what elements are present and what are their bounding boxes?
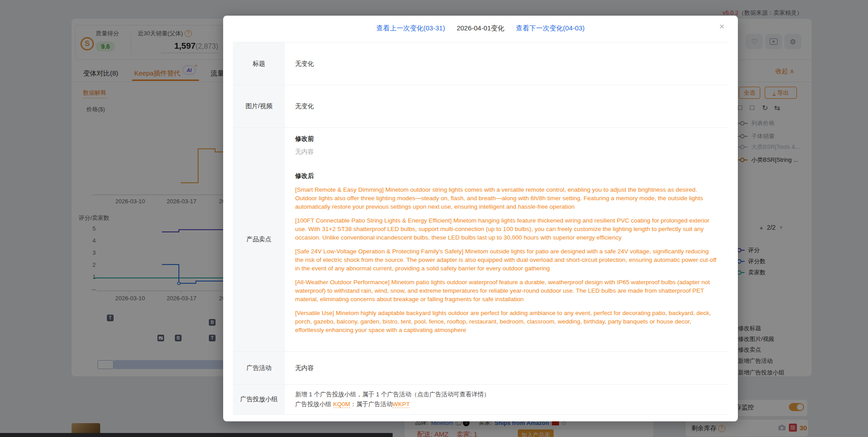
table-row-media: 图片/视频 无变化 [233,85,728,128]
modal-title: 2026-04-01变化 [457,24,504,33]
row-label: 广告活动 [233,352,285,384]
row-value: 无内容 [285,352,728,384]
change-detail-modal: 查看上一次变化(03-31) 2026-04-01变化 查看下一次变化(04-0… [223,16,738,421]
ad-group-content: 新增 1 个广告投放小组，属于 1 个广告活动（点击广告活动可查看详情） 广告投… [285,385,728,414]
table-row-ad-campaign: 广告活动 无内容 [233,352,728,385]
row-label: 图片/视频 [233,85,285,127]
ad-group-code-link[interactable]: KQ0M [333,401,350,408]
bullet-point: [Smart Remote & Easy Dimming] Minetom ou… [295,185,717,211]
ad-campaign-code-link[interactable]: WKPT [393,401,410,408]
row-value: 无变化 [285,85,728,127]
next-change-link[interactable]: 查看下一次变化(04-03) [516,24,584,33]
ad-group-line1: 新增 1 个广告投放小组，属于 1 个广告活动（点击广告活动可查看详情） [295,390,717,399]
row-label: 产品卖点 [233,128,285,351]
table-row-ad-group: 广告投放小组 新增 1 个广告投放小组，属于 1 个广告活动（点击广告活动可查看… [233,385,728,415]
close-icon[interactable]: × [719,22,724,31]
row-value: 无变化 [285,42,728,85]
row-label: 标题 [233,42,285,85]
prev-change-link[interactable]: 查看上一次变化(03-31) [377,24,445,33]
bullet-point: [Versatile Use] Minetom highly adaptable… [295,309,717,334]
modal-header: 查看上一次变化(03-31) 2026-04-01变化 查看下一次变化(04-0… [223,16,738,41]
row-label: 广告投放小组 [233,385,285,414]
table-row-selling-points: 产品卖点 修改前 无内容 修改后 [Smart Remote & Easy Di… [233,128,728,352]
change-table: 标题 无变化 图片/视频 无变化 产品卖点 修改前 无内容 修改后 [Smart… [233,42,728,415]
ad-group-line2: 广告投放小组 KQ0M：属于广告活动WKPT [295,399,717,409]
bullet-point: [All-Weather Outdoor Performance] Mineto… [295,278,717,303]
table-row-title: 标题 无变化 [233,42,728,85]
before-label: 修改前 [295,135,717,143]
selling-points-content: 修改前 无内容 修改后 [Smart Remote & Easy Dimming… [285,128,728,351]
screen: v5.0.2（数据来源：卖家精灵） S 质量得分 9.6 近30天销量(父体) … [0,0,868,437]
bullet-point: [100FT Connectable Patio String Lights &… [295,216,717,242]
bullet-point: [Safe 24V Low-Voltage Operation & Protec… [295,247,717,273]
before-value: 无内容 [295,148,717,156]
after-label: 修改后 [295,172,717,180]
